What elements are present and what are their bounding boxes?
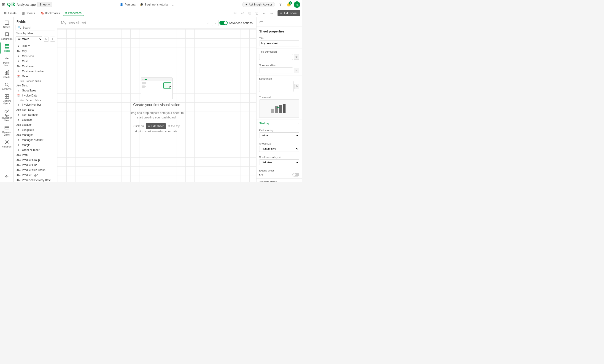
assets-tab[interactable]: ⊞ Assets bbox=[2, 11, 19, 16]
viz-sidebar bbox=[141, 81, 147, 99]
extend-sheet-toggle[interactable] bbox=[292, 173, 299, 177]
field-item[interactable]: Abc Customer bbox=[14, 64, 57, 69]
second-bar: ⊞ Assets ▦ Sheets 🔖 Bookmarks ≡ Properti… bbox=[0, 9, 302, 17]
sidebar-item-custom-objects[interactable]: Custom objects bbox=[0, 92, 13, 107]
add-table-button[interactable]: + bbox=[50, 36, 55, 42]
field-type-icon: # bbox=[16, 45, 20, 48]
title-expression-input[interactable] bbox=[259, 54, 293, 60]
edit-sheet-button[interactable]: ✏ Edit sheet bbox=[277, 10, 300, 16]
small-screen-select[interactable]: List view Grid view bbox=[259, 159, 299, 165]
sidebar-item-dynamic-views[interactable]: Dynamic views bbox=[0, 123, 13, 138]
edit-sheet-inline-button[interactable]: ✏ Edit sheet bbox=[146, 123, 166, 129]
sheet-selector[interactable]: Sheet ▾ bbox=[38, 2, 52, 7]
field-item[interactable]: Abc Manager bbox=[14, 132, 57, 137]
bookmarks-label: Bookmarks bbox=[45, 12, 60, 15]
title-input[interactable] bbox=[259, 40, 299, 46]
sidebar-item-sheets[interactable]: Sheets bbox=[0, 18, 13, 30]
sidebar-item-analyses[interactable]: Analyses bbox=[0, 80, 13, 92]
undo-button[interactable]: ↩ bbox=[239, 10, 245, 16]
toggle-switch[interactable] bbox=[219, 21, 228, 25]
field-item[interactable]: # Customer Number bbox=[14, 69, 57, 74]
sidebar-item-master-items[interactable]: Master items bbox=[0, 54, 13, 68]
insight-advisor-button[interactable]: ✦ Ask Insight Advisor bbox=[242, 2, 275, 7]
derived-label: Derived fields bbox=[26, 80, 41, 82]
search-input[interactable] bbox=[23, 26, 53, 29]
field-item[interactable]: Abc Product Line bbox=[14, 163, 57, 168]
avatar[interactable]: TL bbox=[294, 1, 300, 8]
derived-fields-item[interactable]: Abc Derived fields bbox=[14, 79, 57, 83]
svg-rect-27 bbox=[277, 107, 279, 108]
field-item[interactable]: # Order Number bbox=[14, 147, 57, 153]
field-item[interactable]: # Item Number bbox=[14, 112, 57, 117]
fx-button-condition[interactable]: fx bbox=[294, 68, 299, 73]
field-item[interactable]: # Invoice Number bbox=[14, 102, 57, 107]
sidebar-item-app-nav-links[interactable]: App navigation links bbox=[0, 107, 13, 123]
delete-button[interactable]: 🗑 bbox=[254, 10, 260, 16]
show-condition-input[interactable] bbox=[259, 67, 293, 73]
sidebar-item-charts[interactable]: Charts bbox=[0, 68, 13, 80]
show-condition-row: fx bbox=[259, 67, 299, 73]
field-item[interactable]: Abc Item Desc bbox=[14, 107, 57, 112]
sheet-size-select[interactable]: Responsive Custom bbox=[259, 146, 299, 152]
field-item[interactable]: # %KEY bbox=[14, 44, 57, 49]
personal-item[interactable]: 👤 Personal bbox=[120, 3, 136, 6]
field-item[interactable]: Abc Product Type bbox=[14, 173, 57, 178]
sheets-tab[interactable]: ▦ Sheets bbox=[20, 11, 37, 16]
field-item[interactable]: # Latitude bbox=[14, 117, 57, 122]
field-item[interactable]: 📅 Invoice Date bbox=[14, 93, 57, 98]
notifications-button[interactable]: 🔔 3 bbox=[286, 1, 292, 8]
field-item[interactable]: # Cost bbox=[14, 59, 57, 64]
field-item[interactable]: Abc Location bbox=[14, 122, 57, 127]
nav-prev-button[interactable]: ‹ bbox=[205, 20, 211, 26]
field-type-icon: Abc bbox=[16, 65, 20, 68]
svg-rect-12 bbox=[8, 71, 9, 74]
table-select[interactable]: All tables bbox=[15, 36, 42, 42]
advanced-options-toggle[interactable]: Advanced options bbox=[219, 21, 252, 25]
viz-line bbox=[142, 86, 146, 87]
field-item[interactable]: 📅 Date bbox=[14, 74, 57, 79]
sidebar-item-back[interactable] bbox=[0, 172, 13, 181]
field-item[interactable]: Abc Path bbox=[14, 153, 57, 158]
field-item[interactable]: # Margin bbox=[14, 143, 57, 147]
field-item[interactable]: Abc Product Sub Group bbox=[14, 168, 57, 173]
field-item[interactable]: Abc Desc bbox=[14, 83, 57, 88]
fx-button[interactable]: fx bbox=[294, 54, 299, 60]
bookmarks-tab[interactable]: 🔖 Bookmarks bbox=[38, 11, 62, 16]
field-item[interactable]: # City Code bbox=[14, 54, 57, 59]
apps-grid-icon[interactable]: ⊞ bbox=[2, 2, 5, 7]
help-button[interactable]: ? bbox=[277, 1, 284, 8]
styling-header[interactable]: Styling › bbox=[259, 122, 299, 125]
undo-nav-forward[interactable]: → bbox=[268, 10, 275, 16]
derived-fields-item[interactable]: Abc Derived fields bbox=[14, 98, 57, 102]
grid-spacing-select[interactable]: Wide Medium Narrow bbox=[259, 132, 299, 138]
extend-sheet-row: Off bbox=[259, 173, 299, 177]
title-expression-label: Title expression bbox=[259, 50, 299, 53]
refresh-button[interactable]: ↻ bbox=[44, 36, 49, 42]
cursor-icon: 🖱 bbox=[168, 85, 172, 89]
field-item[interactable]: Abc Promised Delivery Date bbox=[14, 178, 57, 182]
sidebar-item-fields[interactable]: Fields bbox=[0, 42, 13, 54]
field-item[interactable]: Abc Product Group bbox=[14, 158, 57, 163]
properties-icon: ≡ bbox=[65, 11, 67, 15]
thumbnail-area[interactable] bbox=[259, 99, 299, 118]
field-item[interactable]: # GrossSales bbox=[14, 88, 57, 93]
more-item[interactable]: ... bbox=[172, 3, 175, 6]
sidebar-item-variables[interactable]: Variables bbox=[0, 138, 13, 150]
show-by-table-label: Show by table bbox=[15, 32, 33, 35]
description-textarea[interactable] bbox=[259, 81, 293, 92]
tutorial-item[interactable]: 🎓 Beginner's tutorial bbox=[140, 3, 168, 6]
field-item[interactable]: # Manager Number bbox=[14, 137, 57, 143]
field-item[interactable]: Abc City bbox=[14, 49, 57, 54]
sidebar-item-bookmarks[interactable]: Bookmarks bbox=[0, 30, 13, 42]
derived-icon: Abc bbox=[20, 99, 24, 101]
field-item[interactable]: # Longitude bbox=[14, 127, 57, 132]
copy-button[interactable]: ⎘ bbox=[246, 10, 253, 16]
svg-rect-11 bbox=[6, 72, 7, 75]
fx-button-desc[interactable]: fx bbox=[294, 84, 299, 89]
undo-nav-back[interactable]: ← bbox=[261, 10, 267, 16]
sheet-size-label: Sheet size bbox=[259, 142, 299, 145]
cut-button[interactable]: ✂ bbox=[232, 10, 238, 16]
nav-next-button[interactable]: › bbox=[212, 20, 218, 26]
field-type-icon: Abc bbox=[16, 159, 20, 161]
properties-tab[interactable]: ≡ Properties bbox=[63, 10, 84, 16]
